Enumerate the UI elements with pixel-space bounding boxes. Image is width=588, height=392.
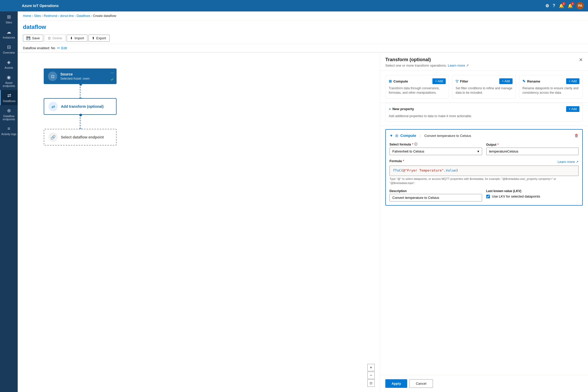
breadcrumb-redmond[interactable]: Redmond bbox=[44, 14, 57, 18]
breadcrumb-donut-line[interactable]: donut-line bbox=[60, 14, 74, 18]
delete-button[interactable]: 🗑 Delete bbox=[44, 35, 66, 42]
endpoint-node-icon: 🔗 bbox=[48, 132, 58, 142]
output-label: Output * bbox=[486, 143, 579, 147]
bell-badge: 1 bbox=[562, 2, 566, 5]
topbar-icons: ⚙ ? 🔔1 🔔1 PA bbox=[545, 2, 584, 9]
breadcrumb-current: Create dataflow bbox=[93, 14, 116, 18]
rename-op-desc: Rename datapoints to ensure clarity and … bbox=[522, 86, 579, 95]
collapse-button[interactable]: ▼ bbox=[389, 134, 393, 138]
content-area: Home › Sites › Redmond › donut-line › Da… bbox=[18, 11, 588, 392]
new-property-add-button[interactable]: + Add bbox=[566, 106, 579, 112]
rename-op-title: Rename bbox=[527, 79, 540, 83]
topbar: Azure IoT Operations ⚙ ? 🔔1 🔔1 PA bbox=[18, 0, 588, 11]
sidebar-item-asset-endpoints[interactable]: ◉ Asset endpoints bbox=[0, 72, 18, 90]
zoom-controls: + − ⊡ bbox=[367, 364, 375, 387]
sites-icon: ⊞ bbox=[7, 14, 11, 20]
sidebar-item-label: Dataflow endpoints bbox=[1, 115, 17, 121]
cancel-button[interactable]: Cancel bbox=[409, 379, 433, 388]
panel-learn-more-link[interactable]: Learn more bbox=[448, 64, 465, 67]
panel-close-button[interactable]: ✕ bbox=[579, 57, 583, 63]
zoom-out-button[interactable]: − bbox=[367, 372, 375, 379]
lkv-checkbox-label: Use LKV for selected datapoints bbox=[492, 194, 540, 198]
page-title: dataflow bbox=[23, 24, 583, 30]
help-icon[interactable]: ? bbox=[553, 3, 555, 8]
output-input[interactable] bbox=[486, 148, 579, 155]
panel-scroll-inner: ⊞ Compute + Add Transform data through c… bbox=[380, 71, 588, 375]
source-node-menu[interactable]: ··· bbox=[111, 71, 114, 75]
canvas[interactable]: ⊡ Source Selected Asset: oven ··· ✔ bbox=[18, 53, 380, 392]
page-header: dataflow bbox=[18, 21, 588, 33]
endpoint-node[interactable]: 🔗 Select dataflow endpoint bbox=[44, 129, 117, 146]
sidebar-item-activity-logs[interactable]: ≡ Activity logs bbox=[0, 123, 18, 138]
formula-learn-more-link[interactable]: Learn more ↗ bbox=[558, 160, 579, 164]
alert-badge: 1 bbox=[571, 2, 574, 5]
lkv-checkbox[interactable] bbox=[486, 195, 490, 198]
sidebar-item-dataflows[interactable]: ⇄ Dataflows bbox=[0, 90, 18, 105]
transform-node-title: Add transform (optional) bbox=[61, 104, 104, 109]
alerts-bell[interactable]: 🔔1 bbox=[568, 3, 573, 8]
filter-add-button[interactable]: + Add bbox=[499, 78, 513, 84]
formula-hint: Type "@" to select datapoints, or access… bbox=[389, 177, 579, 185]
sidebar-item-label: Asset endpoints bbox=[1, 81, 17, 87]
chevron-down-icon: ▾ bbox=[477, 149, 479, 153]
edit-button[interactable]: ✏ Edit bbox=[57, 46, 67, 50]
lkv-group: Last known value (LKV) Use LKV for selec… bbox=[486, 189, 579, 198]
main-wrapper: Azure IoT Operations ⚙ ? 🔔1 🔔1 PA Home ›… bbox=[18, 0, 588, 392]
select-formula-label: Select formula * ⓘ bbox=[389, 142, 482, 147]
sidebar-item-sites[interactable]: ⊞ Sites bbox=[0, 11, 18, 27]
sidebar-item-instances[interactable]: ☁ Instances bbox=[0, 27, 18, 42]
user-avatar[interactable]: PA bbox=[577, 2, 584, 9]
breadcrumb-home[interactable]: Home bbox=[23, 14, 31, 18]
ops-grid: ⊞ Compute + Add Transform data through c… bbox=[380, 71, 588, 103]
panel-title: Transform (optional) bbox=[385, 57, 469, 62]
instances-icon: ☁ bbox=[7, 29, 11, 35]
rename-op-icon: ✎ bbox=[522, 79, 526, 83]
zoom-fit-button[interactable]: ⊡ bbox=[367, 380, 375, 387]
new-property-icon: ≡ bbox=[389, 107, 391, 111]
formula-select[interactable]: Fahrenheit to Celsius ▾ bbox=[389, 148, 482, 155]
rename-op-card: ✎ Rename + Add Rename datapoints to ensu… bbox=[519, 75, 583, 98]
settings-icon[interactable]: ⚙ bbox=[545, 3, 549, 8]
notifications-bell[interactable]: 🔔1 bbox=[559, 3, 564, 8]
dataflow-endpoints-icon: ⊕ bbox=[7, 108, 11, 113]
overview-icon: ⊟ bbox=[7, 44, 11, 50]
lkv-label: Last known value (LKV) bbox=[486, 189, 579, 193]
compute-op-card: ⊞ Compute + Add Transform data through c… bbox=[385, 75, 449, 98]
breadcrumb-sites[interactable]: Sites bbox=[34, 14, 41, 18]
filter-op-icon: ▽ bbox=[456, 79, 458, 83]
new-property-desc: Add additional properties to data to mak… bbox=[389, 114, 579, 118]
source-node[interactable]: ⊡ Source Selected Asset: oven ··· ✔ bbox=[44, 68, 117, 84]
new-property-row: ≡ New property + Add Add additional prop… bbox=[380, 103, 588, 126]
apply-button[interactable]: Apply bbox=[385, 379, 407, 388]
sidebar-item-label: Instances bbox=[3, 36, 15, 39]
formula-label: Formula * bbox=[389, 159, 404, 163]
compute-card: ▼ ⊞ Compute | Convert temperature to Cel… bbox=[385, 129, 583, 206]
compute-op-desc: Transform data through conversions, form… bbox=[389, 86, 446, 95]
assets-icon: ◈ bbox=[7, 59, 11, 65]
sidebar-item-assets[interactable]: ◈ Assets bbox=[0, 57, 18, 72]
sidebar-item-dataflow-endpoints[interactable]: ⊕ Dataflow endpoints bbox=[0, 105, 18, 123]
compute-section: ▼ ⊞ Compute | Convert temperature to Cel… bbox=[380, 126, 588, 209]
export-button[interactable]: ⬆ Export bbox=[88, 35, 110, 42]
save-button[interactable]: 💾 Save bbox=[23, 35, 43, 42]
compute-add-button[interactable]: + Add bbox=[432, 78, 446, 84]
description-input[interactable] bbox=[389, 194, 482, 201]
activity-logs-icon: ≡ bbox=[8, 126, 10, 131]
connector-1 bbox=[44, 84, 117, 98]
import-button[interactable]: ⬇ Import bbox=[67, 35, 87, 42]
zoom-in-button[interactable]: + bbox=[367, 364, 375, 371]
compute-op-icon: ⊞ bbox=[389, 79, 392, 83]
page-content: Home › Sites › Redmond › donut-line › Da… bbox=[18, 11, 588, 392]
dataflow-status: Dataflow enabled: No bbox=[23, 46, 55, 50]
compute-card-subtitle: Convert temperature to Celsius bbox=[424, 134, 471, 138]
flow-container: ⊡ Source Selected Asset: oven ··· ✔ bbox=[44, 68, 117, 146]
sidebar-item-label: Assets bbox=[4, 66, 13, 69]
sidebar-item-overview[interactable]: ⊟ Overview bbox=[0, 42, 18, 57]
rename-add-button[interactable]: + Add bbox=[566, 78, 579, 84]
formula-box[interactable]: fToC(@"Fryer Temperature".Value) bbox=[389, 166, 579, 176]
transform-node[interactable]: ⇄ Add transform (optional) bbox=[44, 98, 117, 115]
source-node-subtitle: Selected Asset: oven bbox=[60, 77, 90, 80]
select-formula-group: Select formula * ⓘ Fahrenheit to Celsius… bbox=[389, 142, 482, 155]
compute-card-delete-button[interactable]: 🗑 bbox=[574, 133, 579, 138]
breadcrumb-dataflows[interactable]: Dataflows bbox=[76, 14, 90, 18]
